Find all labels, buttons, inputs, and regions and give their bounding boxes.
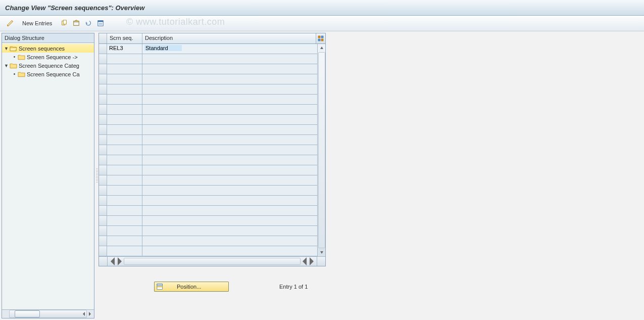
table-row[interactable] [99, 226, 317, 236]
cell-description[interactable] [142, 145, 317, 155]
row-selector[interactable] [99, 125, 107, 134]
table-row[interactable] [99, 135, 317, 145]
row-selector[interactable] [99, 64, 107, 74]
cell-scrn-seq[interactable] [107, 105, 142, 114]
scroll-right-icon[interactable] [309, 258, 315, 264]
cell-description[interactable] [142, 105, 317, 114]
cell-scrn-seq[interactable] [107, 84, 142, 94]
new-entries-button[interactable]: New Entries [19, 18, 55, 28]
scroll-down-icon[interactable] [320, 249, 324, 255]
row-selector[interactable] [99, 186, 107, 195]
column-header-scrn-seq[interactable]: Scrn seq. [107, 33, 142, 43]
row-selector[interactable] [99, 246, 107, 256]
row-selector[interactable] [99, 216, 107, 225]
cell-scrn-seq[interactable] [107, 54, 142, 64]
tree-item-screen-sequence-categ[interactable]: ▼ Screen Sequence Categ [2, 61, 94, 70]
table-row[interactable] [99, 145, 317, 155]
row-selector[interactable] [99, 175, 107, 185]
cell-scrn-seq[interactable] [107, 165, 142, 175]
cell-description[interactable] [142, 155, 317, 165]
cell-scrn-seq[interactable] [107, 125, 142, 134]
cell-scrn-seq[interactable] [107, 155, 142, 165]
scrollbar-track[interactable] [318, 52, 325, 248]
cell-scrn-seq[interactable] [107, 74, 142, 84]
scroll-up-icon[interactable] [320, 45, 324, 51]
cell-scrn-seq[interactable] [107, 206, 142, 215]
cell-description[interactable] [142, 196, 317, 205]
table-row[interactable]: REL3Standard [99, 44, 317, 54]
row-selector[interactable] [99, 165, 107, 175]
vertical-scrollbar[interactable] [317, 44, 325, 256]
tree-item-screen-sequences[interactable]: ▼ Screen sequences [2, 44, 94, 53]
undo-icon[interactable] [83, 18, 93, 28]
cell-description[interactable] [142, 125, 317, 134]
position-button[interactable]: Position... [154, 282, 229, 292]
cell-description[interactable] [142, 115, 317, 124]
cell-scrn-seq[interactable] [107, 95, 142, 104]
scrollbar-track[interactable] [9, 310, 87, 318]
row-selector[interactable] [99, 206, 107, 215]
cell-description[interactable] [142, 216, 317, 225]
row-selector[interactable] [99, 74, 107, 84]
table-row[interactable] [99, 186, 317, 196]
tree-item-screen-sequence-ca[interactable]: • Screen Sequence Ca [2, 70, 94, 78]
table-row[interactable] [99, 246, 317, 256]
row-selector[interactable] [99, 105, 107, 114]
cell-scrn-seq[interactable] [107, 135, 142, 145]
cell-description[interactable] [142, 186, 317, 195]
cell-description[interactable] [142, 246, 317, 256]
select-all-icon[interactable] [95, 18, 106, 28]
cell-description[interactable]: Standard [142, 44, 317, 54]
row-selector[interactable] [99, 226, 107, 236]
cell-scrn-seq[interactable] [107, 196, 142, 205]
table-row[interactable] [99, 95, 317, 105]
tree-toggle-icon[interactable]: ▼ [4, 46, 9, 51]
column-header-description[interactable]: Description [142, 33, 316, 43]
table-row[interactable] [99, 196, 317, 206]
table-row[interactable] [99, 105, 317, 115]
cell-scrn-seq[interactable]: REL3 [107, 44, 142, 54]
cell-description[interactable] [142, 95, 317, 104]
table-row[interactable] [99, 206, 317, 216]
row-selector[interactable] [99, 155, 107, 165]
row-selector[interactable] [99, 145, 107, 155]
table-row[interactable] [99, 54, 317, 64]
tree-item-screen-sequence-assignment[interactable]: • Screen Sequence -> [2, 53, 94, 61]
scroll-left-icon[interactable] [81, 310, 87, 317]
scroll-left-icon[interactable] [110, 258, 116, 264]
cell-description[interactable] [142, 84, 317, 94]
scrollbar-track[interactable] [124, 258, 301, 265]
horizontal-scrollbar[interactable] [99, 256, 325, 266]
cell-description[interactable] [142, 74, 317, 84]
cell-description[interactable] [142, 226, 317, 236]
table-row[interactable] [99, 115, 317, 125]
cell-scrn-seq[interactable] [107, 216, 142, 225]
table-row[interactable] [99, 74, 317, 84]
row-selector[interactable] [99, 44, 107, 54]
delete-icon[interactable] [71, 18, 81, 28]
table-row[interactable] [99, 236, 317, 246]
scrollbar-thumb[interactable] [15, 310, 40, 317]
table-settings-icon[interactable] [316, 33, 325, 43]
cell-scrn-seq[interactable] [107, 145, 142, 155]
scroll-right-icon[interactable] [117, 258, 123, 264]
cell-description[interactable] [142, 165, 317, 175]
table-row[interactable] [99, 175, 317, 186]
cell-description[interactable] [142, 236, 317, 246]
row-selector[interactable] [99, 54, 107, 64]
copy-as-icon[interactable] [59, 18, 69, 28]
cell-description[interactable] [142, 64, 317, 74]
table-row[interactable] [99, 125, 317, 135]
cell-scrn-seq[interactable] [107, 175, 142, 185]
row-selector[interactable] [99, 95, 107, 104]
row-selector[interactable] [99, 236, 107, 246]
cell-scrn-seq[interactable] [107, 186, 142, 195]
table-row[interactable] [99, 84, 317, 95]
scroll-left-icon[interactable] [302, 258, 308, 264]
cell-description[interactable] [142, 135, 317, 145]
row-selector-header[interactable] [99, 33, 107, 43]
cell-scrn-seq[interactable] [107, 115, 142, 124]
cell-scrn-seq[interactable] [107, 236, 142, 246]
row-selector[interactable] [99, 135, 107, 145]
cell-description[interactable] [142, 206, 317, 215]
